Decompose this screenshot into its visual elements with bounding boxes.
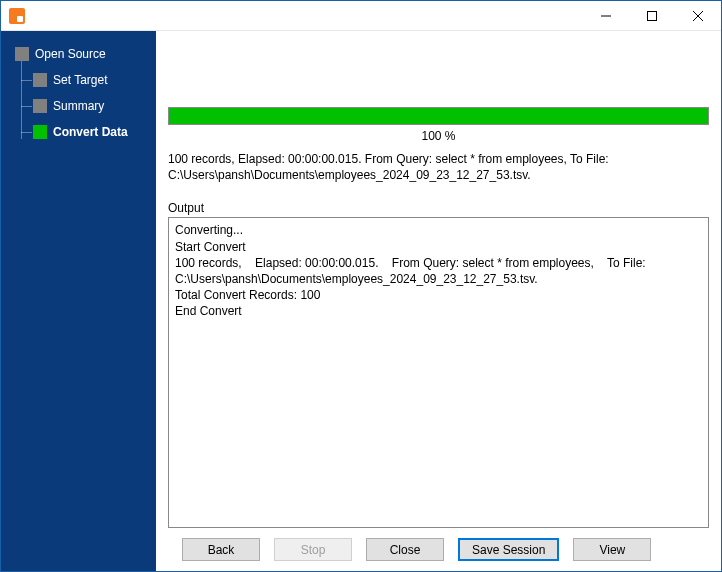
minimize-button[interactable]: [583, 1, 629, 31]
sidebar-item-open-source[interactable]: Open Source: [1, 41, 156, 67]
sidebar-item-label: Set Target: [53, 73, 107, 87]
app-icon: [9, 8, 25, 24]
step-marker-icon: [33, 99, 47, 113]
output-label: Output: [168, 201, 709, 215]
progress-percent-label: 100 %: [168, 129, 709, 143]
progress-zone: 100 %: [168, 43, 709, 143]
sidebar-item-convert-data[interactable]: Convert Data: [1, 119, 156, 145]
svg-rect-1: [648, 11, 657, 20]
sidebar-item-summary[interactable]: Summary: [1, 93, 156, 119]
sidebar-item-label: Convert Data: [53, 125, 128, 139]
close-window-button[interactable]: [675, 1, 721, 31]
sidebar-item-label: Open Source: [35, 47, 106, 61]
titlebar: [1, 1, 721, 31]
summary-text: 100 records, Elapsed: 00:00:00.015. From…: [168, 151, 709, 183]
output-box: [168, 217, 709, 528]
sidebar-item-set-target[interactable]: Set Target: [1, 67, 156, 93]
save-session-button[interactable]: Save Session: [458, 538, 559, 561]
progress-bar: [168, 107, 709, 125]
main-panel: 100 % 100 records, Elapsed: 00:00:00.015…: [156, 31, 721, 571]
app-window: Open Source Set Target Summa: [0, 0, 722, 572]
button-row: Back Stop Close Save Session View: [168, 528, 709, 563]
output-textarea[interactable]: [169, 218, 708, 527]
step-marker-icon: [15, 47, 29, 61]
step-marker-active-icon: [33, 125, 47, 139]
step-marker-icon: [33, 73, 47, 87]
stop-button: Stop: [274, 538, 352, 561]
sidebar-item-label: Summary: [53, 99, 104, 113]
back-button[interactable]: Back: [182, 538, 260, 561]
maximize-button[interactable]: [629, 1, 675, 31]
sidebar: Open Source Set Target Summa: [1, 31, 156, 571]
close-button[interactable]: Close: [366, 538, 444, 561]
body: Open Source Set Target Summa: [1, 31, 721, 571]
view-button[interactable]: View: [573, 538, 651, 561]
